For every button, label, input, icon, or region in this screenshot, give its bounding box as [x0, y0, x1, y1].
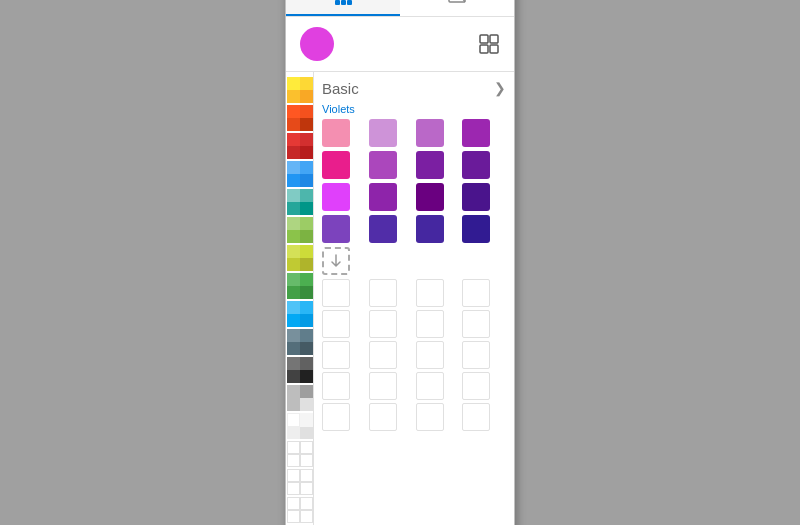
empty-cell[interactable]	[462, 341, 490, 369]
empty-row	[322, 372, 506, 400]
image-icon	[447, 0, 467, 6]
color-swatch[interactable]	[369, 183, 397, 211]
color-swatch[interactable]	[369, 151, 397, 179]
empty-cell[interactable]	[462, 372, 490, 400]
palette-swatch-0[interactable]	[287, 77, 313, 103]
color-grid-drop-row	[322, 247, 506, 275]
grid-icon	[333, 0, 353, 6]
empty-cell[interactable]	[322, 279, 350, 307]
palette-swatch-1[interactable]	[287, 105, 313, 131]
color-grid-row-3	[322, 183, 506, 211]
empty-cell[interactable]	[416, 372, 444, 400]
svg-rect-8	[347, 0, 352, 5]
svg-rect-11	[480, 35, 488, 43]
empty-cell[interactable]	[416, 310, 444, 338]
empty-cell[interactable]	[369, 279, 397, 307]
color-swatch[interactable]	[462, 119, 490, 147]
svg-rect-7	[341, 0, 346, 5]
color-swatch[interactable]	[369, 215, 397, 243]
empty-cell[interactable]	[369, 310, 397, 338]
palette-swatch-11[interactable]	[287, 385, 313, 411]
sidebar-palettes	[286, 72, 314, 526]
color-swatch[interactable]	[416, 183, 444, 211]
color-swatch[interactable]	[416, 151, 444, 179]
svg-rect-6	[335, 0, 340, 5]
color-grid-row-2	[322, 151, 506, 179]
empty-cell[interactable]	[322, 403, 350, 431]
color-swatch[interactable]	[416, 215, 444, 243]
color-circle	[300, 27, 334, 61]
color-swatch[interactable]	[462, 183, 490, 211]
custom-colors-dialog: Custom Colors	[285, 0, 515, 525]
empty-cell[interactable]	[322, 372, 350, 400]
palette-swatch-empty-1[interactable]	[287, 441, 313, 467]
empty-cell[interactable]	[322, 310, 350, 338]
tab-grid[interactable]	[286, 0, 400, 16]
color-swatch[interactable]	[322, 183, 350, 211]
section-title: Basic	[322, 80, 359, 97]
empty-cell[interactable]	[369, 341, 397, 369]
drop-arrow-icon	[328, 253, 344, 269]
section-header: Basic ❯	[322, 80, 506, 97]
palette-swatch-12[interactable]	[287, 413, 313, 439]
empty-row	[322, 403, 506, 431]
drop-target[interactable]	[322, 247, 350, 275]
chevron-right-icon[interactable]: ❯	[494, 80, 506, 96]
color-grid-row-1	[322, 119, 506, 147]
palette-swatch-2[interactable]	[287, 133, 313, 159]
palette-swatch-empty-3[interactable]	[287, 497, 313, 523]
color-swatch[interactable]	[322, 119, 350, 147]
empty-cell[interactable]	[462, 279, 490, 307]
empty-cell[interactable]	[416, 403, 444, 431]
empty-cell[interactable]	[322, 341, 350, 369]
palette-swatch-7[interactable]	[287, 273, 313, 299]
palette-swatch-5[interactable]	[287, 217, 313, 243]
empty-cell[interactable]	[369, 403, 397, 431]
empty-cell[interactable]	[369, 372, 397, 400]
color-grid-row-4	[322, 215, 506, 243]
palette-swatch-9[interactable]	[287, 329, 313, 355]
tab-image[interactable]	[400, 0, 514, 16]
empty-row	[322, 279, 506, 307]
empty-cell[interactable]	[416, 279, 444, 307]
palette-swatch-10[interactable]	[287, 357, 313, 383]
tab-bar	[286, 0, 514, 17]
svg-rect-12	[490, 35, 498, 43]
violets-label: Violets	[322, 103, 506, 115]
palette-swatch-6[interactable]	[287, 245, 313, 271]
color-swatch[interactable]	[416, 119, 444, 147]
svg-rect-13	[480, 45, 488, 53]
palette-swatch-4[interactable]	[287, 189, 313, 215]
color-swatch[interactable]	[322, 151, 350, 179]
palette-swatch-8[interactable]	[287, 301, 313, 327]
empty-cell[interactable]	[462, 310, 490, 338]
empty-cell[interactable]	[462, 403, 490, 431]
empty-grid-section	[322, 279, 506, 431]
svg-rect-14	[490, 45, 498, 53]
svg-rect-9	[449, 0, 465, 2]
empty-row	[322, 341, 506, 369]
empty-cell[interactable]	[416, 341, 444, 369]
color-swatch[interactable]	[462, 151, 490, 179]
main-content: Basic ❯ Violets	[286, 72, 514, 526]
color-swatch[interactable]	[462, 215, 490, 243]
color-preview-row	[286, 17, 514, 72]
palette-swatch-empty-2[interactable]	[287, 469, 313, 495]
content-area: Basic ❯ Violets	[314, 72, 514, 526]
layout-toggle-icon	[478, 33, 500, 55]
palette-swatch-3[interactable]	[287, 161, 313, 187]
color-swatch[interactable]	[369, 119, 397, 147]
layout-icon[interactable]	[478, 33, 500, 55]
empty-row	[322, 310, 506, 338]
color-swatch[interactable]	[322, 215, 350, 243]
